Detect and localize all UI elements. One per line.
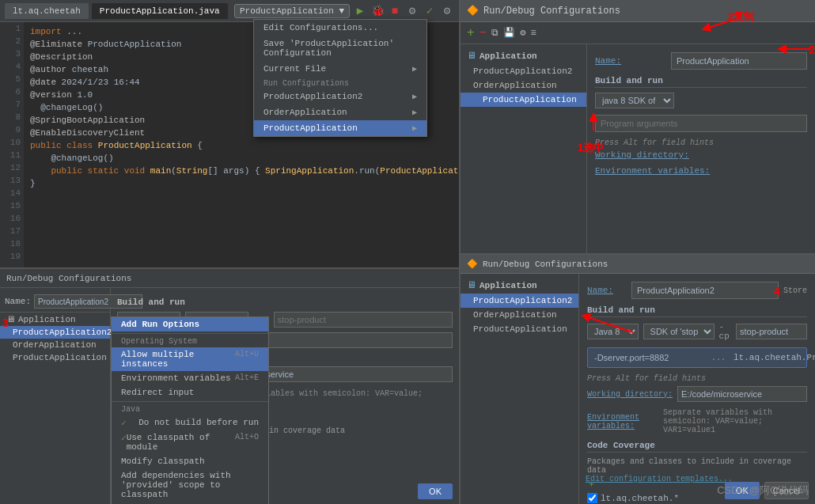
rdc-bottom-name-label: Name: — [587, 286, 627, 295]
tab-lt-aq[interactable]: lt.aq.cheetah — [5, 3, 89, 19]
annotation-num3: 3 — [2, 316, 9, 329]
mod-no-build[interactable]: Do not build before run — [112, 415, 268, 430]
mod-env-vars[interactable]: Environment variables Alt+E — [112, 371, 268, 385]
rdc-bottom-cheetah-label: lt.aq.cheetah.* — [601, 494, 679, 503]
rdc-edit-templates[interactable]: Edit configuration templates... — [586, 474, 733, 483]
rdc-java-select[interactable]: java 8 SDK of — [595, 93, 674, 108]
run-btn[interactable]: ▶ — [353, 4, 367, 18]
menu-current-file[interactable]: Current File ▶ — [254, 61, 426, 77]
toolbar-icons: ProductApplication ▼ ▶ 🐞 ■ ⚙ ✓ ⚙ — [234, 4, 454, 18]
mod-add-deps[interactable]: Add dependencies with 'provided' scope t… — [112, 468, 268, 502]
mod-allow-shortcut: Alt+U — [235, 350, 259, 369]
arrow-right-1: ▶ — [412, 108, 417, 117]
rdc-tree-app[interactable]: 🖥 Application — [461, 47, 586, 64]
annotation-2copy: 2复制 — [728, 9, 754, 24]
mod-redirect[interactable]: Redirect input — [112, 385, 268, 400]
menu-edit-config[interactable]: Edit Configurations... — [254, 20, 426, 36]
rdc-bottom-order[interactable]: OrderApplication — [461, 308, 578, 322]
tree-product2-label: ProductApplication2 — [13, 328, 112, 337]
tree-order[interactable]: OrderApplication — [0, 339, 110, 351]
arrow-right-icon: ▶ — [412, 64, 417, 74]
rdc-bottom-work-input[interactable] — [677, 386, 807, 402]
rdc-bottom-vm-input[interactable] — [591, 350, 707, 366]
build-run-title: Build and run — [117, 297, 453, 307]
save-config-btn[interactable]: 💾 — [503, 27, 515, 39]
modify-add-run-opts[interactable]: Add Run Options — [112, 317, 268, 332]
tab-product-app[interactable]: ProductApplication.java — [92, 3, 228, 19]
rdc-bottom-tree: 🖥 Application ProductApplication2 OrderA… — [461, 274, 579, 504]
annotation-num2: 2 — [809, 44, 815, 56]
tree-app[interactable]: 🖥 Application — [0, 313, 110, 326]
mod-use-classpath[interactable]: Use classpath of module Alt+O — [112, 430, 268, 454]
right-panel: 🔶 Run/Debug Configurations + − ⧉ 💾 ⚙ ≡ 🖥… — [459, 0, 815, 504]
rdc-bottom-java-select[interactable]: Java 8 — [587, 324, 639, 339]
bottom-left-panel: Run/Debug Configurations Name: 🖥 Applica… — [0, 267, 459, 504]
debug-btn[interactable]: 🐞 — [370, 4, 385, 18]
arrow-right-0: ▶ — [412, 92, 417, 101]
rdc-bottom-product2[interactable]: ProductApplication2 — [461, 294, 578, 308]
menu-item-0: ProductApplication2 — [263, 92, 362, 101]
rdc-title: Run/Debug Configurations — [483, 6, 620, 17]
ok-btn-small[interactable]: OK — [418, 483, 453, 499]
rdc-bottom-checkbox[interactable] — [587, 493, 597, 503]
mod-modify-cp[interactable]: Modify classpath — [112, 454, 268, 468]
rdc-bottom-module-input[interactable] — [736, 324, 807, 339]
menu-save-config[interactable]: Save 'ProductApplication' Configuration — [254, 36, 426, 61]
tree-order-label: OrderApplication — [13, 340, 97, 350]
arrow-right-2: ▶ — [412, 123, 417, 133]
rdc-tree-product[interactable]: ProductApplication — [461, 93, 586, 107]
build-btn[interactable]: ⚙ — [405, 4, 419, 18]
name-row-small: Name: — [0, 291, 110, 313]
mod-use-cp-label: Use classpath of module — [127, 433, 235, 452]
run-section-label: Run Configurations — [254, 77, 426, 89]
rdc-tree-product2[interactable]: ProductApplication2 — [461, 64, 586, 78]
run-config-dropdown[interactable]: ProductApplication ▼ — [234, 4, 350, 18]
tree-app-label: Application — [18, 315, 76, 324]
rdc-bottom: 🔶 Run/Debug Configurations 🖥 Application… — [459, 253, 815, 504]
menu-order-app[interactable]: OrderApplication ▶ — [254, 104, 426, 120]
rdc-program-input[interactable] — [595, 115, 807, 132]
rdc-bottom-work-dir-row: Working directory: — [587, 386, 807, 402]
check-btn[interactable]: ✓ — [423, 4, 437, 18]
rdc-bottom-order-label: OrderApplication — [473, 310, 557, 320]
rdc-bottom-form: Name: Store Build and run Java 8 SDK of … — [579, 274, 815, 504]
code-line-13: @changeLog() — [30, 152, 453, 165]
rdc-bottom-press-alt: Press Alt for field hints — [587, 374, 807, 383]
rdc-bottom-title: 🔶 Run/Debug Configurations — [461, 255, 815, 274]
menu-product-app[interactable]: ProductApplication ▶ — [254, 120, 426, 136]
rdc-bottom-app[interactable]: 🖥 Application — [461, 277, 578, 294]
rdc-name-row: Name: — [595, 52, 807, 70]
rdc-name-input[interactable] — [671, 52, 807, 70]
tree-product-label: ProductApplication — [13, 353, 107, 362]
stop-btn[interactable]: ■ — [388, 4, 402, 18]
config-panel-title: Run/Debug Configurations — [6, 274, 131, 283]
tree-product[interactable]: ProductApplication — [0, 351, 110, 364]
rdc-tree-order[interactable]: OrderApplication — [461, 78, 586, 93]
copy-config-btn[interactable]: ⧉ — [491, 28, 498, 39]
rdc-bottom-name-input[interactable] — [631, 282, 779, 299]
add-config-btn[interactable]: + — [467, 26, 475, 40]
rdc-bottom-sdk-select[interactable]: SDK of 'stop-produ' — [643, 324, 715, 339]
rdc-bottom-btn[interactable]: ... — [711, 354, 726, 362]
mod-allow-multiple[interactable]: Allow multiple instances Alt+U — [112, 347, 268, 371]
modify-options-menu: Add Run Options Operating System Allow m… — [111, 316, 269, 504]
rdc-bottom-env-label: Environment variables: — [587, 413, 658, 430]
mod-env-shortcut: Alt+E — [235, 373, 259, 383]
more-config-btn[interactable]: ⚙ — [520, 27, 525, 39]
rdc-bottom-product[interactable]: ProductApplication — [461, 322, 578, 336]
rdc-top: 🔶 Run/Debug Configurations + − ⧉ 💾 ⚙ ≡ 🖥… — [459, 0, 815, 253]
menu-product-app2[interactable]: ProductApplication2 ▶ — [254, 89, 426, 104]
rdc-tree-product2-label: ProductApplication2 — [473, 66, 572, 76]
run-config-menu: Edit Configurations... Save 'ProductAppl… — [253, 19, 427, 137]
tree-product2[interactable]: ProductApplication2 — [0, 326, 110, 339]
mod-use-cp-shortcut: Alt+O — [235, 433, 259, 452]
sort-config-btn[interactable]: ≡ — [530, 28, 536, 39]
settings-btn[interactable]: ⚙ — [440, 4, 454, 18]
classpath-input[interactable] — [274, 312, 453, 328]
add-run-opts-label: Add Run Options — [121, 320, 199, 329]
remove-config-btn[interactable]: − — [480, 26, 487, 40]
rdc-java-row: java 8 SDK of — [595, 93, 807, 108]
name-label-small: Name: — [5, 297, 31, 306]
menu-item-1: OrderApplication — [263, 108, 347, 117]
rdc-press-alt: Press Alt for field hints — [595, 138, 807, 147]
